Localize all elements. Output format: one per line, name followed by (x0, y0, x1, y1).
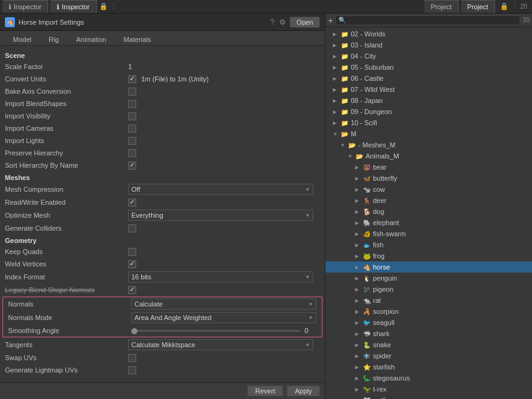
swap-uvs-checkbox[interactable] (128, 354, 136, 362)
tree-item-m[interactable]: ▼ 📂 M (325, 128, 532, 139)
mesh-compression-dropdown[interactable]: Off (128, 184, 313, 195)
tree-item-rat[interactable]: ▶ 🐀 rat (325, 295, 532, 306)
tree-item-fish-swarm[interactable]: ▶ 🐠 fish-swarm (325, 228, 532, 239)
slider-thumb[interactable] (131, 328, 137, 334)
tree-item-wildwest[interactable]: ▶ 📁 07 - Wild West (325, 84, 532, 95)
tree-label-stegosaurus: stegosaurus (373, 374, 410, 382)
tree-item-pigeon[interactable]: ▶ 🕊 pigeon (325, 284, 532, 295)
folder-icon-meshes-m: 📂 (348, 141, 356, 149)
tab-rig[interactable]: Rig (41, 33, 67, 45)
swap-uvs-row: Swap UVs (0, 352, 325, 364)
tangents-label: Tangents (5, 341, 128, 348)
more-icon[interactable]: ⋮ (110, 2, 117, 10)
slider-track[interactable] (131, 330, 300, 332)
inspector-tab-2[interactable]: ℹ Inspector (51, 0, 96, 13)
project-tab-2[interactable]: Project (461, 0, 495, 13)
tree-item-animals-m[interactable]: ▼ 📂 Animals_M (325, 150, 532, 162)
import-cameras-checkbox[interactable] (128, 125, 136, 133)
settings-icon[interactable]: ⚙ (278, 18, 287, 27)
convert-units-checkbox[interactable] (128, 75, 136, 83)
optimize-mesh-dropdown[interactable]: Everything (128, 210, 313, 221)
tree-item-scifi[interactable]: ▶ 📁 10 - Scifi (325, 117, 532, 128)
tree-item-cow[interactable]: ▶ 🐄 cow (325, 184, 532, 195)
tree-item-fish[interactable]: ▶ 🐟 fish (325, 239, 532, 250)
apply-button[interactable]: Apply (287, 385, 320, 397)
tab-materials[interactable]: Materials (115, 33, 159, 45)
tree-item-penguin[interactable]: ▶ 🐧 penguin (325, 273, 532, 284)
tab-animation[interactable]: Animation (68, 33, 114, 45)
sort-hierarchy-checkbox[interactable] (128, 162, 136, 170)
tree-item-city[interactable]: ▶ 📁 04 - City (325, 51, 532, 62)
tree-item-elephant[interactable]: ▶ 🐘 elephant (325, 217, 532, 228)
tree-label-dungeon: 09 - Dungeon (351, 108, 392, 115)
revert-button[interactable]: Revert (247, 385, 283, 397)
import-visibility-checkbox[interactable] (128, 112, 136, 120)
tree-item-island[interactable]: ▶ 📁 03 - Island (325, 39, 532, 51)
tree-item-meshes-m[interactable]: ▼ 📂 - Meshes_M (325, 139, 532, 150)
tree-item-bear[interactable]: ▶ 🐻 bear (325, 162, 532, 173)
tree-item-spider[interactable]: ▶ 🕷 spider (325, 350, 532, 361)
lock-icon-2[interactable]: 🔒 (500, 2, 509, 10)
open-button[interactable]: Open (290, 17, 320, 28)
arrow-animals-m: ▼ (348, 154, 355, 159)
tree-item-scorpion[interactable]: ▶ 🦂 scorpion (325, 306, 532, 317)
keep-quads-checkbox[interactable] (128, 248, 136, 256)
lock-icon[interactable]: 🔒 (99, 2, 108, 10)
tab-model[interactable]: Model (5, 33, 39, 45)
tree-item-seagull[interactable]: ▶ 🐦 seagull (325, 317, 532, 328)
tree-item-starfish[interactable]: ▶ ⭐ starfish (325, 361, 532, 372)
inspector-tab-1[interactable]: ℹ Inspector (2, 0, 48, 13)
bake-axis-checkbox[interactable] (128, 88, 136, 96)
tree-item-japan[interactable]: ▶ 📁 08 - Japan (325, 95, 532, 106)
arrow-penguin: ▶ (355, 276, 362, 281)
tree-item-shark[interactable]: ▶ 🦈 shark (325, 328, 532, 339)
import-lights-checkbox[interactable] (128, 137, 136, 145)
tree-item-dog[interactable]: ▶ 🐕 dog (325, 206, 532, 217)
scale-factor-value: 1 (128, 63, 320, 70)
add-icon[interactable]: + (328, 15, 333, 25)
project-tab-1[interactable]: Project (424, 0, 458, 13)
tangents-dropdown[interactable]: Calculate Mikktspace (128, 339, 313, 350)
normals-dropdown[interactable]: Calculate (131, 298, 316, 310)
tree-item-dungeon[interactable]: ▶ 📁 09 - Dungeon (325, 106, 532, 117)
tree-label-worlds: 02 - Worlds (351, 30, 385, 38)
tree-item-deer[interactable]: ▶ 🦌 deer (325, 195, 532, 206)
settings-scroll[interactable]: Scene Scale Factor 1 Convert Units 1m (F… (0, 46, 325, 382)
tree-label-japan: 08 - Japan (351, 97, 383, 104)
arrow-cow: ▶ (355, 187, 362, 192)
tree-item-stegosaurus[interactable]: ▶ 🦕 stegosaurus (325, 372, 532, 384)
normals-mode-dropdown[interactable]: Area And Angle Weighted (131, 312, 316, 323)
convert-units-row: Convert Units 1m (File) to 1m (Unity) (0, 73, 325, 85)
help-icon[interactable]: ? (269, 18, 276, 27)
generate-colliders-checkbox[interactable] (128, 224, 136, 232)
legacy-blend-checkbox[interactable] (128, 286, 136, 294)
smoothing-angle-slider[interactable]: 0 (131, 327, 317, 334)
normals-mode-label: Normals Mode (8, 314, 131, 321)
tree-label-snake: snake (373, 341, 391, 348)
asset-icon-fish: 🐟 (362, 241, 371, 249)
read-write-checkbox[interactable] (128, 199, 136, 207)
index-format-dropdown[interactable]: 16 bits (128, 271, 313, 282)
tree-item-frog[interactable]: ▶ 🐸 frog (325, 250, 532, 261)
tree-item-horse[interactable]: ▶ 🐴 horse (325, 261, 532, 273)
tree-item-snake[interactable]: ▶ 🐍 snake (325, 339, 532, 350)
horse-icon: 🐴 (5, 17, 15, 27)
weld-vertices-checkbox[interactable] (128, 260, 136, 268)
tree-item-wolf[interactable]: ▶ 🐺 wolf (325, 395, 532, 399)
more-icon-2[interactable]: ⋮ (511, 2, 518, 10)
import-blendshapes-row: Import BlendShapes (0, 97, 325, 110)
import-blendshapes-checkbox[interactable] (128, 100, 136, 108)
tree-item-butterfly[interactable]: ▶ 🦋 butterfly (325, 173, 532, 184)
import-blendshapes-label: Import BlendShapes (5, 100, 128, 107)
tree-item-t-rex[interactable]: ▶ 🦖 t-rex (325, 384, 532, 395)
legacy-blend-row: Legacy Blend Shape Normals (0, 284, 325, 296)
title-bar-actions: 🔒 ⋮ (99, 2, 117, 10)
project-tree[interactable]: ▶ 📁 02 - Worlds ▶ 📁 03 - Island ▶ 📁 04 -… (325, 27, 532, 399)
lightmap-uvs-checkbox[interactable] (128, 366, 136, 374)
tree-item-worlds[interactable]: ▶ 📁 02 - Worlds (325, 28, 532, 39)
tree-item-suburban[interactable]: ▶ 📁 05 - Suburban (325, 62, 532, 73)
preserve-hierarchy-checkbox[interactable] (128, 149, 136, 157)
footer-bar: Revert Apply (0, 382, 325, 399)
asset-icon-elephant: 🐘 (362, 218, 371, 227)
tree-item-castle[interactable]: ▶ 📁 06 - Castle (325, 73, 532, 84)
